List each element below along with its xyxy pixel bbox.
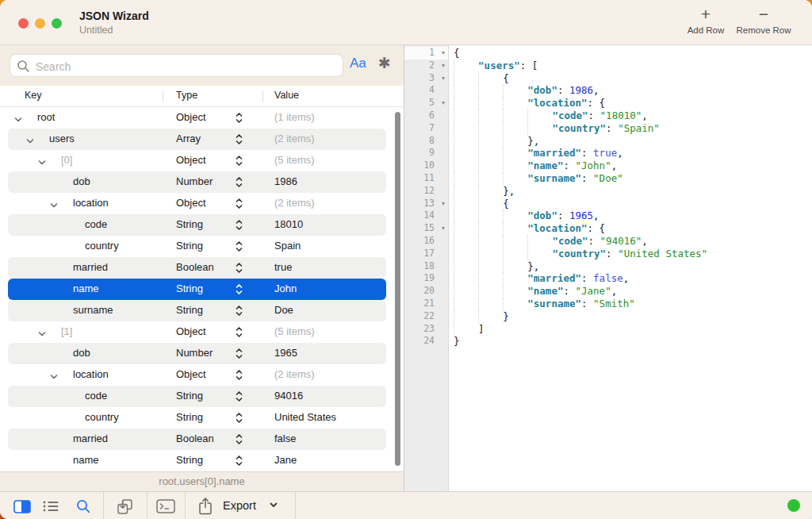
tree-row[interactable]: nameStringJane [0, 450, 404, 471]
row-value[interactable]: 18010 [274, 218, 303, 230]
expand-chevron[interactable] [49, 199, 59, 209]
wildcard-button[interactable]: ✱ [378, 54, 391, 72]
row-type[interactable]: String [176, 304, 203, 316]
row-type[interactable]: Boolean [176, 261, 214, 273]
match-case-button[interactable]: Aa [350, 56, 366, 71]
code-line[interactable]: "location": { [454, 97, 812, 110]
column-header-type[interactable]: Type [176, 90, 197, 101]
row-value[interactable]: John [274, 283, 297, 294]
row-type[interactable]: String [176, 240, 203, 252]
search-view-button[interactable] [74, 497, 93, 516]
type-stepper[interactable] [235, 283, 243, 298]
type-stepper[interactable] [235, 369, 243, 384]
row-value[interactable]: Doe [274, 304, 293, 316]
fold-arrow-icon[interactable]: ▾ [442, 60, 445, 72]
code-line[interactable]: }, [454, 185, 812, 198]
row-type[interactable]: Object [176, 111, 206, 123]
row-type[interactable]: Object [176, 368, 206, 380]
row-value[interactable]: (2 items) [274, 368, 315, 380]
row-type[interactable]: Object [176, 154, 206, 166]
row-value[interactable]: true [274, 261, 292, 273]
row-type[interactable]: Boolean [176, 432, 214, 444]
row-value[interactable]: United States [274, 411, 336, 423]
tree-row[interactable]: countryStringUnited States [0, 407, 404, 429]
code-line[interactable]: "users": [ [454, 60, 812, 72]
row-type[interactable]: Array [176, 133, 201, 144]
type-stepper[interactable] [235, 219, 243, 234]
fold-arrow-icon[interactable]: ▾ [442, 222, 445, 235]
code-line[interactable]: "dob": 1965, [454, 210, 812, 222]
row-type[interactable]: Number [176, 175, 213, 187]
row-type[interactable]: Object [176, 197, 206, 209]
row-value[interactable]: Spain [274, 240, 301, 252]
type-stepper[interactable] [235, 112, 243, 127]
fold-arrow-icon[interactable]: ▾ [442, 47, 445, 60]
tree-scrollbar[interactable] [395, 112, 400, 466]
row-type[interactable]: String [176, 218, 203, 230]
row-value[interactable]: 1986 [274, 175, 297, 187]
code-line[interactable]: ] [454, 323, 812, 336]
row-value[interactable]: 1965 [274, 347, 297, 359]
code-line[interactable]: "location": { [454, 222, 812, 235]
terminal-button[interactable] [156, 497, 175, 516]
row-value[interactable]: (1 items) [274, 111, 315, 123]
zoom-button[interactable] [52, 18, 62, 29]
type-stepper[interactable] [235, 262, 243, 277]
tree-row[interactable]: nameStringJohn [0, 279, 404, 300]
code-line[interactable]: }, [454, 260, 812, 273]
row-value[interactable]: Jane [274, 454, 297, 466]
code-line[interactable]: "code": "18010", [454, 110, 812, 122]
code-line[interactable]: }, [454, 135, 812, 148]
code-line[interactable]: "surname": "Smith" [454, 298, 812, 310]
type-stepper[interactable] [235, 240, 243, 256]
search-field[interactable] [10, 54, 343, 77]
tree-row[interactable]: surnameStringDoe [0, 300, 404, 321]
expand-chevron[interactable] [25, 135, 35, 144]
remove-row-button[interactable]: − Remove Row [728, 5, 799, 35]
type-stepper[interactable] [235, 133, 243, 148]
json-editor[interactable]: 1▾2▾3▾45▾678910111213▾1415▾1617181920212… [404, 45, 812, 491]
tree-row[interactable]: codeString94016 [0, 386, 404, 407]
editor-code[interactable]: {"users": [{"dob": 1986,"location": {"co… [449, 45, 812, 491]
type-stepper[interactable] [235, 348, 243, 363]
column-header-value[interactable]: Value [274, 90, 299, 101]
code-line[interactable]: "dob": 1986, [454, 84, 812, 97]
sidebar-toggle-button[interactable] [13, 497, 32, 516]
code-line[interactable]: "married": false, [454, 272, 812, 285]
fold-arrow-icon[interactable]: ▾ [442, 72, 445, 85]
code-line[interactable]: "country": "Spain" [454, 122, 812, 135]
row-type[interactable]: Object [176, 325, 206, 337]
fold-arrow-icon[interactable]: ▾ [442, 198, 445, 210]
tree-row[interactable]: [1]Object(5 items) [0, 321, 404, 343]
column-header-key[interactable]: Key [25, 90, 42, 101]
minimize-button[interactable] [35, 18, 45, 29]
tree-row[interactable]: [0]Object(5 items) [0, 150, 404, 171]
list-view-button[interactable] [41, 497, 60, 516]
expand-chevron[interactable] [37, 328, 47, 337]
close-button[interactable] [18, 18, 29, 29]
code-line[interactable]: { [454, 47, 812, 60]
export-label[interactable]: Export [223, 499, 256, 512]
tree-row[interactable]: dobNumber1986 [0, 171, 404, 193]
row-type[interactable]: String [176, 454, 203, 466]
search-input[interactable] [34, 56, 339, 76]
code-line[interactable]: { [454, 72, 812, 85]
type-stepper[interactable] [235, 412, 243, 427]
row-value[interactable]: 94016 [274, 390, 303, 402]
tree-row[interactable]: locationObject(2 items) [0, 364, 404, 386]
code-line[interactable]: "country": "United States" [454, 248, 812, 260]
type-stepper[interactable] [235, 305, 243, 320]
code-line[interactable]: "surname": "Doe" [454, 172, 812, 185]
type-stepper[interactable] [235, 433, 243, 448]
row-value[interactable]: false [274, 432, 296, 444]
type-stepper[interactable] [235, 198, 243, 213]
type-stepper[interactable] [235, 455, 243, 470]
code-line[interactable]: "name": "John", [454, 160, 812, 172]
tree-row[interactable]: countryStringSpain [0, 236, 404, 257]
expand-chevron[interactable] [37, 156, 47, 166]
code-line[interactable]: "married": true, [454, 147, 812, 160]
fold-arrow-icon[interactable]: ▾ [442, 97, 445, 110]
row-type[interactable]: String [176, 283, 203, 294]
tree-row[interactable]: marriedBooleantrue [0, 257, 404, 279]
code-line[interactable]: } [454, 310, 812, 323]
